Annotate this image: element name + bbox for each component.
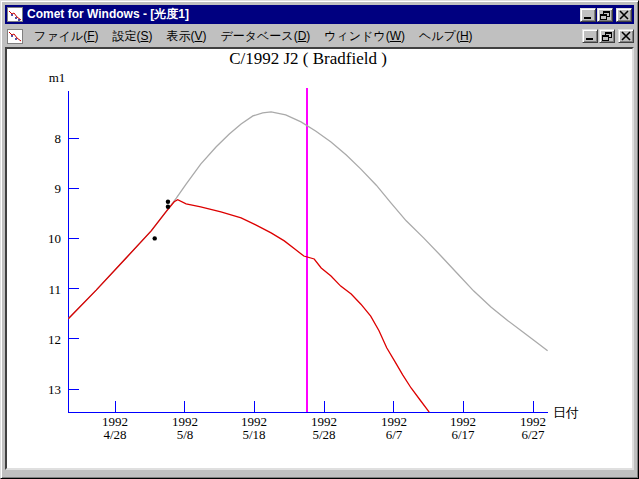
- minimize-icon: [584, 17, 591, 19]
- comet-lightcurve-icon[interactable]: [7, 7, 23, 22]
- close-icon: [621, 31, 631, 41]
- close-button[interactable]: [616, 8, 632, 22]
- minimize-button[interactable]: [580, 8, 596, 22]
- window-title: Comet for Windows - [光度1]: [27, 6, 579, 23]
- menu-database[interactable]: データベース(D): [214, 26, 318, 47]
- child-close-button[interactable]: [618, 29, 634, 43]
- child-minimize-button[interactable]: [582, 29, 598, 43]
- menu-view[interactable]: 表示(V): [159, 26, 213, 47]
- menu-file[interactable]: ファイル(F): [27, 26, 105, 47]
- title-bar[interactable]: Comet for Windows - [光度1]: [5, 5, 634, 24]
- menu-window[interactable]: ウィンドウ(W): [317, 26, 412, 47]
- restore-button[interactable]: [597, 8, 613, 22]
- minimize-icon: [586, 38, 593, 40]
- child-comet-lightcurve-icon[interactable]: [7, 29, 23, 44]
- app-window: Comet for Windows - [光度1] ファイル(F) 設定(S) …: [0, 0, 639, 479]
- close-icon: [619, 10, 629, 20]
- menu-bar: ファイル(F) 設定(S) 表示(V) データベース(D) ウィンドウ(W) ヘ…: [5, 26, 634, 46]
- menu-settings[interactable]: 設定(S): [105, 26, 159, 47]
- menu-help[interactable]: ヘルプ(H): [412, 26, 480, 47]
- child-restore-button[interactable]: [599, 29, 615, 43]
- chart-client-area: [5, 47, 634, 470]
